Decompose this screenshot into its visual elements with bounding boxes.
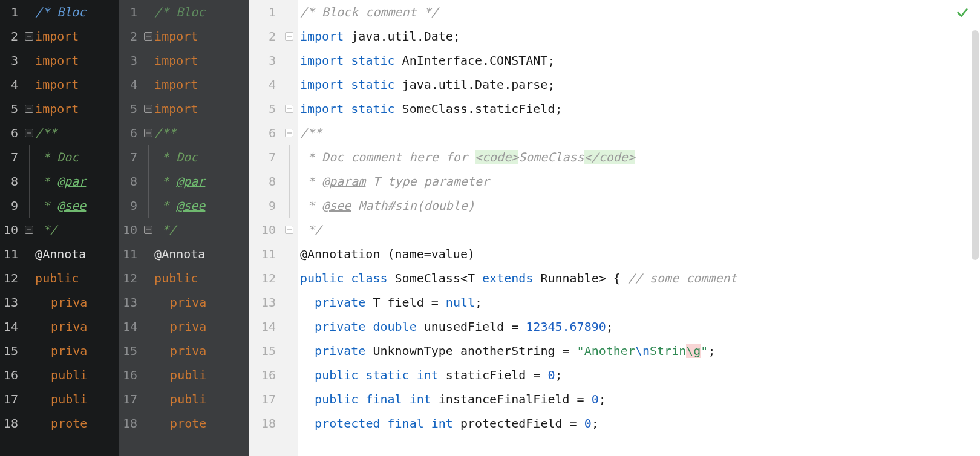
line-number[interactable]: 9 — [0, 194, 24, 218]
editor-pane-light: 1 2 3 4 5 6 7 8 9 10 11 12 13 14 15 16 1… — [249, 0, 980, 456]
code-line[interactable]: private T field = null; — [298, 290, 980, 314]
code-area-dark-1[interactable]: /* Bloc import import import import /** … — [35, 0, 119, 456]
line-number[interactable]: 1 — [249, 0, 284, 24]
line-number[interactable]: 14 — [249, 314, 284, 339]
code-line[interactable]: import static AnInterface.CONSTANT; — [298, 48, 980, 73]
fold-toggle-icon[interactable] — [144, 226, 152, 234]
line-number[interactable]: 3 — [119, 48, 143, 73]
code-line[interactable]: * @param T type parameter — [298, 169, 980, 194]
line-number[interactable]: 7 — [119, 145, 143, 169]
line-number[interactable]: 1 — [119, 0, 143, 24]
line-number[interactable]: 15 — [119, 339, 143, 363]
line-number[interactable]: 8 — [249, 169, 284, 194]
fold-toggle-icon[interactable] — [285, 226, 293, 234]
line-number[interactable]: 12 — [119, 266, 143, 290]
line-number[interactable]: 17 — [0, 387, 24, 411]
line-number[interactable]: 13 — [119, 290, 143, 314]
line-number[interactable]: 10 — [0, 218, 24, 242]
line-number[interactable]: 11 — [249, 242, 284, 266]
code-line[interactable]: public static int staticField = 0; — [298, 363, 980, 387]
fold-toggle-icon[interactable] — [25, 226, 33, 234]
code-line[interactable]: * @see Math#sin(double) — [298, 194, 980, 218]
line-number[interactable]: 2 — [119, 24, 143, 48]
editor-pane-dark-2: 1 2 3 4 5 6 7 8 9 10 11 12 13 14 15 16 1… — [119, 0, 249, 456]
code-line[interactable]: /** — [298, 121, 980, 145]
line-number[interactable]: 5 — [249, 97, 284, 121]
line-number[interactable]: 14 — [119, 314, 143, 339]
line-number[interactable]: 18 — [249, 411, 284, 435]
line-number[interactable]: 2 — [0, 24, 24, 48]
fold-column-dark-2 — [143, 0, 154, 456]
code-line[interactable]: import static SomeClass.staticField; — [298, 97, 980, 121]
gutter-dark-1: 1 2 3 4 5 6 7 8 9 10 11 12 13 14 15 16 1… — [0, 0, 24, 456]
code-line[interactable]: protected final int protectedField = 0; — [298, 411, 980, 435]
line-number[interactable]: 1 — [0, 0, 24, 24]
line-number[interactable]: 13 — [0, 290, 24, 314]
fold-column-dark-1 — [24, 0, 35, 456]
line-number[interactable]: 2 — [249, 24, 284, 48]
line-number[interactable]: 12 — [249, 266, 284, 290]
line-number[interactable]: 15 — [0, 339, 24, 363]
code-line[interactable]: private double unusedField = 12345.67890… — [298, 314, 980, 339]
line-number[interactable]: 17 — [249, 387, 284, 411]
line-number[interactable]: 12 — [0, 266, 24, 290]
line-number[interactable]: 11 — [0, 242, 24, 266]
code-line[interactable]: public class SomeClass<T extends Runnabl… — [298, 266, 980, 290]
line-number[interactable]: 9 — [119, 194, 143, 218]
line-number[interactable]: 6 — [119, 121, 143, 145]
line-number[interactable]: 9 — [249, 194, 284, 218]
line-number[interactable]: 15 — [249, 339, 284, 363]
code-line[interactable]: public final int instanceFinalField = 0; — [298, 387, 980, 411]
gutter-light: 1 2 3 4 5 6 7 8 9 10 11 12 13 14 15 16 1… — [249, 0, 284, 456]
inspection-status-ok-icon[interactable] — [956, 6, 969, 19]
code-line[interactable]: import static java.util.Date.parse; — [298, 73, 980, 97]
line-number[interactable]: 16 — [0, 363, 24, 387]
line-number[interactable]: 5 — [0, 97, 24, 121]
line-number[interactable]: 3 — [249, 48, 284, 73]
line-number[interactable]: 18 — [0, 411, 24, 435]
code-line[interactable]: /* Block comment */ — [298, 0, 980, 24]
fold-toggle-icon[interactable] — [285, 32, 293, 41]
line-number[interactable]: 13 — [249, 290, 284, 314]
code-line[interactable]: * Doc comment here for <code>SomeClass</… — [298, 145, 980, 169]
line-number[interactable]: 6 — [0, 121, 24, 145]
line-number[interactable]: 10 — [119, 218, 143, 242]
code-line[interactable]: import java.util.Date; — [298, 24, 980, 48]
code-line[interactable]: private UnknownType anotherString = "Ano… — [298, 339, 980, 363]
line-number[interactable]: 7 — [0, 145, 24, 169]
line-number[interactable]: 17 — [119, 387, 143, 411]
line-number[interactable]: 8 — [119, 169, 143, 194]
code-line[interactable]: @Annotation (name=value) — [298, 242, 980, 266]
fold-toggle-icon[interactable] — [144, 32, 152, 41]
line-number[interactable]: 14 — [0, 314, 24, 339]
vertical-scrollbar[interactable] — [972, 30, 979, 260]
line-number[interactable]: 4 — [119, 73, 143, 97]
line-number[interactable]: 16 — [119, 363, 143, 387]
editor-split-root: 1 2 3 4 5 6 7 8 9 10 11 12 13 14 15 16 1… — [0, 0, 980, 456]
line-number[interactable]: 18 — [119, 411, 143, 435]
fold-toggle-icon[interactable] — [25, 32, 33, 41]
fold-toggle-icon[interactable] — [25, 105, 33, 113]
line-number[interactable]: 10 — [249, 218, 284, 242]
fold-toggle-icon[interactable] — [25, 129, 33, 137]
line-number[interactable]: 3 — [0, 48, 24, 73]
line-number[interactable]: 5 — [119, 97, 143, 121]
fold-toggle-icon[interactable] — [285, 129, 293, 137]
fold-toggle-icon[interactable] — [144, 105, 152, 113]
line-number[interactable]: 4 — [0, 73, 24, 97]
fold-column-light — [284, 0, 298, 456]
gutter-dark-2: 1 2 3 4 5 6 7 8 9 10 11 12 13 14 15 16 1… — [119, 0, 143, 456]
fold-toggle-icon[interactable] — [144, 129, 152, 137]
line-number[interactable]: 4 — [249, 73, 284, 97]
line-number[interactable]: 16 — [249, 363, 284, 387]
line-number[interactable]: 8 — [0, 169, 24, 194]
line-number[interactable]: 6 — [249, 121, 284, 145]
code-area-light[interactable]: /* Block comment */import java.util.Date… — [298, 0, 980, 456]
fold-toggle-icon[interactable] — [285, 105, 293, 113]
editor-pane-dark-1: 1 2 3 4 5 6 7 8 9 10 11 12 13 14 15 16 1… — [0, 0, 119, 456]
line-number[interactable]: 7 — [249, 145, 284, 169]
code-area-dark-2[interactable]: /* Bloc import import import import /** … — [154, 0, 249, 456]
line-number[interactable]: 11 — [119, 242, 143, 266]
code-line[interactable]: */ — [298, 218, 980, 242]
